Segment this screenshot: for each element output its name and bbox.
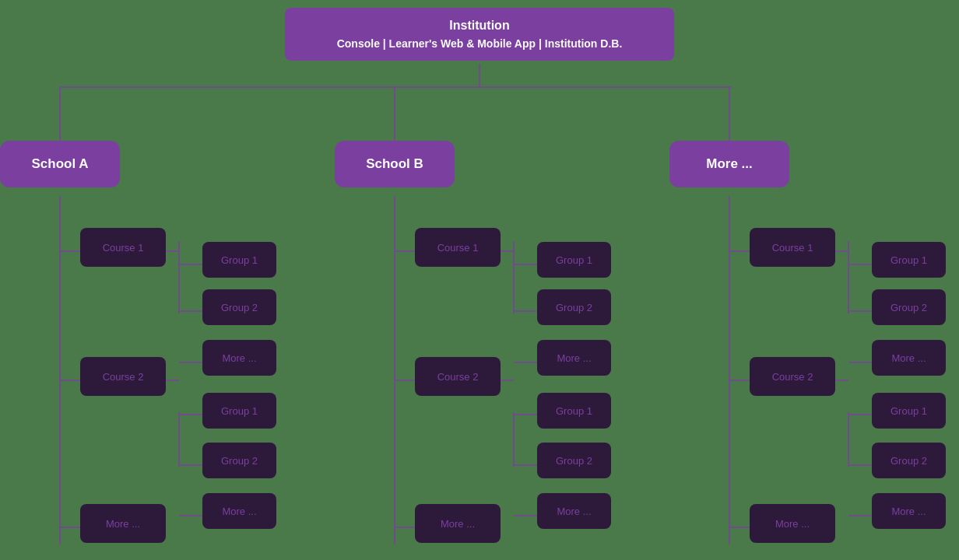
school-a-course-more[interactable]: More ... [80,504,166,543]
school-b-c2-group-2[interactable]: Group 2 [537,443,611,478]
school-more-c1-more[interactable]: More ... [872,340,946,376]
school-more-c1-group-2[interactable]: Group 2 [872,289,946,325]
school-more-c2-more[interactable]: More ... [872,493,946,529]
school-b-course-2[interactable]: Course 2 [415,357,501,396]
school-b-course-1[interactable]: Course 1 [415,228,501,267]
school-b-c2-more[interactable]: More ... [537,493,611,529]
institution-node: Institution Console | Learner's Web & Mo… [285,8,674,61]
school-more-course-more[interactable]: More ... [750,504,835,543]
school-more-c2-group-1[interactable]: Group 1 [872,393,946,429]
school-a-c1-group-2[interactable]: Group 2 [202,289,276,325]
school-more-node[interactable]: More ... [669,141,789,187]
school-a-c2-group-2[interactable]: Group 2 [202,443,276,478]
school-a-c1-more[interactable]: More ... [202,340,276,376]
school-b-c1-group-2[interactable]: Group 2 [537,289,611,325]
school-b-label: School B [366,156,423,171]
school-a-c1-group-1[interactable]: Group 1 [202,242,276,278]
school-b-node[interactable]: School B [335,141,455,187]
institution-title: Institution [300,19,659,33]
school-a-c2-group-1[interactable]: Group 1 [202,393,276,429]
school-a-c2-more[interactable]: More ... [202,493,276,529]
school-more-course-2[interactable]: Course 2 [750,357,835,396]
institution-subtitle: Console | Learner's Web & Mobile App | I… [300,37,659,50]
school-more-c1-group-1[interactable]: Group 1 [872,242,946,278]
school-more-course-1[interactable]: Course 1 [750,228,835,267]
diagram-container: Institution Console | Learner's Web & Mo… [0,0,959,560]
connector-lines [0,0,959,560]
school-more-c2-group-2[interactable]: Group 2 [872,443,946,478]
school-b-c2-group-1[interactable]: Group 1 [537,393,611,429]
school-a-course-2[interactable]: Course 2 [80,357,166,396]
school-a-course-1[interactable]: Course 1 [80,228,166,267]
school-more-label: More ... [706,156,753,171]
school-a-label: School A [31,156,88,171]
school-b-c1-more[interactable]: More ... [537,340,611,376]
school-b-c1-group-1[interactable]: Group 1 [537,242,611,278]
school-b-course-more[interactable]: More ... [415,504,501,543]
school-a-node[interactable]: School A [0,141,120,187]
